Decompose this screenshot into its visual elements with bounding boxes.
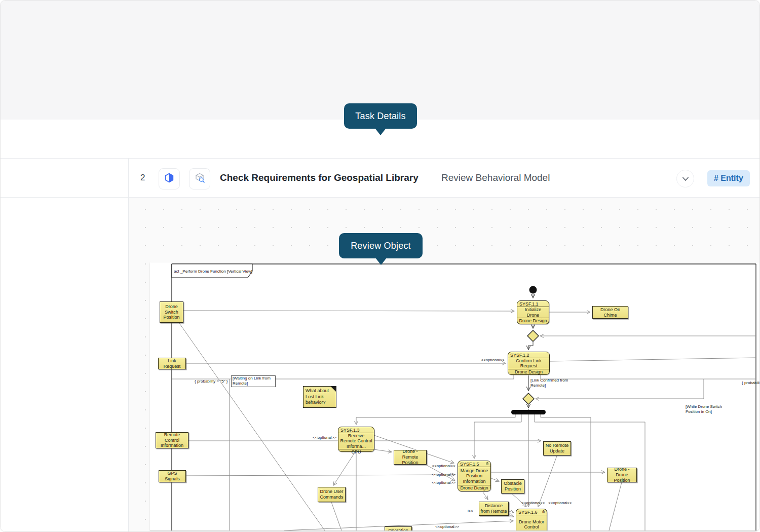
action-id: SYSF.1.2 (508, 352, 549, 358)
object-drone-on-chime[interactable]: Drone On Chime (592, 306, 628, 319)
guard-while-switch-line2: Position in On] (686, 409, 734, 414)
action-name: Mange Drone Position Information (458, 467, 490, 485)
object-label: Distance from Remote (480, 503, 508, 514)
chevron-down-icon (682, 174, 689, 183)
action-allocation: CPU (338, 449, 374, 455)
object-link-request[interactable]: Link Request (158, 358, 186, 369)
decision-node-1 (527, 330, 539, 341)
action-name: Confirm Link Request (508, 358, 549, 369)
object-label: No Remote Update (544, 443, 570, 454)
task-title: Check Requirements for Geospatial Librar… (220, 158, 419, 198)
task-index: 2 (140, 158, 145, 198)
diagram-page[interactable]: act _Perform Drone Function [Vertical Vi… (150, 262, 760, 531)
action-id-text: SYSF.1.1 (519, 301, 539, 307)
object-label: Drone User Commands (319, 489, 345, 500)
object-label: Drone Switch Position (161, 304, 182, 320)
note-fold-corner (330, 386, 336, 392)
entity-type-badge[interactable]: # Entity (707, 170, 750, 186)
guard-link-confirmed-line2: Remote] (530, 383, 579, 388)
object-label: Link Request (159, 358, 185, 369)
action-sysf-1-2[interactable]: SYSF.1.2 Confirm Link Request Drone Desi… (508, 352, 550, 375)
diagram-edges: act _Perform Drone Function [Vertical Vi… (150, 262, 760, 530)
initial-node (529, 286, 537, 294)
guard-while-switch-line1: [While Drone Switch (686, 404, 734, 409)
edge-label-probability: { probability = "5" } (195, 379, 228, 384)
panel-divider (128, 158, 129, 532)
action-sysf-1-3[interactable]: SYSF.1.3 Receive Remote Control Informa.… (338, 427, 374, 452)
edge-label-probability-clipped: { probabilit (742, 381, 760, 385)
cube-search-icon (194, 172, 205, 185)
review-object-tooltip-label: Review Object (351, 241, 411, 251)
left-panel (1, 198, 128, 532)
action-id-text: SYSF.1.5 (460, 462, 479, 467)
fork-node (511, 410, 546, 414)
header-strip (1, 1, 760, 120)
edge-label-optional: <<optional>> (432, 472, 455, 477)
model-view-button[interactable] (189, 168, 210, 189)
object-operation-clipped[interactable]: Operation (385, 526, 412, 531)
object-no-remote-update[interactable]: No Remote Update (543, 441, 571, 455)
edge-label-gt: l>> (468, 509, 473, 513)
action-name: Initialize Drone (517, 307, 549, 318)
object-label: Obstacle Position (502, 481, 523, 492)
action-id: SYSF.1.5 ⋔ (458, 461, 490, 467)
rake-icon: ⋔ (485, 461, 489, 466)
action-id: SYSF.1.6 ⋔ (516, 509, 547, 515)
object-drone-user-commands[interactable]: Drone User Commands (318, 487, 346, 502)
object-label: Remote Control Information (157, 432, 187, 448)
object-obstacle-position[interactable]: Obstacle Position (501, 479, 524, 493)
guard-link-confirmed-line1: [Link Confirmed from (530, 378, 579, 383)
decision-node-2 (523, 393, 534, 404)
guard-link-confirmed-label: [Link Confirmed from Remote] (530, 378, 579, 389)
edge-label-optional: <<optional>> (481, 358, 505, 362)
object-label: Drone - Remote Position (395, 449, 426, 465)
action-id-text: SYSF.1.2 (510, 353, 529, 358)
action-id: SYSF.1.1 (517, 301, 549, 307)
frame-title: act _Perform Drone Function [Vertical Vi… (174, 269, 252, 274)
action-allocation: Drone Design (517, 318, 549, 324)
action-id-text: SYSF.1.3 (340, 428, 360, 433)
action-allocation: Drone Design (508, 369, 549, 375)
guard-waiting-line1: [Waiting on Link from (233, 376, 274, 381)
object-drone-remote-position[interactable]: Drone - Remote Position (394, 450, 427, 465)
object-gps-signals[interactable]: GPS Signals (159, 470, 186, 482)
task-details-tooltip-label: Task Details (355, 111, 405, 122)
rake-icon: ⋔ (542, 509, 545, 514)
action-sysf-1-1[interactable]: SYSF.1.1 Initialize Drone Drone Design (517, 300, 549, 324)
task-subtitle: Review Behavioral Model (441, 158, 550, 198)
edge-label-optional: <<optional>> (432, 464, 455, 468)
edge-label-optional: <<optional>> (313, 435, 336, 440)
action-sysf-1-6[interactable]: SYSF.1.6 ⋔ Drone Motor Control (516, 509, 547, 531)
action-id-text: SYSF.1.6 (518, 510, 538, 515)
entity-type-badge-label: # Entity (714, 174, 743, 183)
edge-label-optional: <<optional>> (432, 480, 455, 485)
object-label: Drone - Drone Position (608, 467, 636, 483)
action-sysf-1-5[interactable]: SYSF.1.5 ⋔ Mange Drone Position Informat… (458, 461, 491, 491)
object-drone-switch-position[interactable]: Drone Switch Position (160, 301, 183, 323)
note-lost-link[interactable]: What about Lost Link behavior? (303, 386, 336, 408)
object-label: GPS Signals (160, 471, 185, 482)
guard-while-switch-label: [While Drone Switch Position in On] (686, 404, 734, 415)
guard-waiting-line2: Remote] (233, 381, 274, 386)
hexagon-entity-icon (164, 173, 174, 185)
object-remote-control-information[interactable]: Remote Control Information (156, 432, 188, 448)
action-name: Receive Remote Control Informa... (338, 433, 374, 449)
action-allocation: Drone Design (458, 485, 490, 491)
object-label: Operation (388, 528, 408, 531)
guard-waiting-label: [Waiting on Link from Remote] (231, 375, 276, 387)
edge-label-optional: <<optional>> (521, 501, 545, 505)
task-details-tooltip: Task Details (344, 103, 417, 129)
action-name: Drone Motor Control (516, 515, 547, 531)
note-text: What about Lost Link behavior? (306, 388, 329, 405)
entity-icon-button[interactable] (159, 168, 180, 189)
object-drone-drone-position[interactable]: Drone - Drone Position (607, 468, 637, 482)
object-label: Drone On Chime (593, 307, 627, 318)
app-window: Task Details 2 Check Requirements for Ge… (0, 0, 760, 532)
action-id: SYSF.1.3 (338, 427, 374, 433)
object-distance-from-remote[interactable]: Distance from Remote (479, 502, 509, 516)
edge-label-optional: <<optional>> (435, 524, 459, 529)
expand-row-button[interactable] (676, 170, 694, 187)
review-object-tooltip: Review Object (339, 233, 423, 258)
edge-label-optional: <<optional>> (548, 501, 572, 505)
